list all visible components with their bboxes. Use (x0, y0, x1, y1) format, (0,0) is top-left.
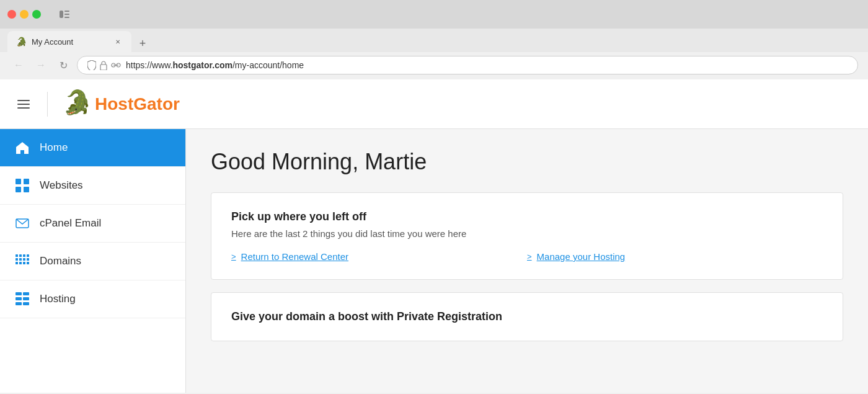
browser-titlebar (0, 0, 868, 29)
svg-rect-15 (23, 254, 25, 257)
new-tab-button[interactable]: + (134, 35, 151, 52)
hamburger-line (17, 100, 30, 101)
sidebar-toggle-button[interactable] (56, 6, 73, 23)
email-icon (15, 216, 30, 231)
renewal-center-link-text: Return to Renewal Center (241, 251, 348, 262)
svg-rect-17 (16, 258, 18, 261)
sidebar-item-domains[interactable]: Domains (0, 243, 185, 280)
svg-rect-16 (27, 254, 29, 257)
sidebar-item-hosting[interactable]: Hosting (0, 280, 185, 318)
sidebar-label-cpanel-email: cPanel Email (40, 217, 101, 230)
chevron-icon-1: > (231, 252, 236, 261)
hamburger-menu-button[interactable] (15, 97, 32, 111)
refresh-button[interactable]: ↻ (55, 56, 72, 74)
svg-rect-25 (16, 292, 22, 295)
tab-title: My Account (32, 37, 108, 47)
tab-close-button[interactable]: ✕ (113, 37, 123, 47)
logo-gator-icon: 🐊 (63, 91, 90, 118)
return-to-renewal-link[interactable]: > Return to Renewal Center (231, 251, 527, 262)
svg-rect-28 (23, 297, 29, 300)
url-text: https://www.hostgator.com/my-account/hom… (126, 60, 848, 70)
logo-divider (47, 92, 48, 117)
svg-rect-8 (16, 179, 21, 184)
svg-rect-22 (19, 262, 22, 264)
main-layout: Home Websites (0, 129, 868, 393)
sidebar: Home Websites (0, 129, 186, 393)
sidebar-label-hosting: Hosting (40, 293, 76, 305)
greeting-heading: Good Morning, Martie (211, 149, 843, 175)
pick-up-card: Pick up where you left off Here are the … (211, 192, 843, 280)
svg-rect-10 (16, 187, 21, 192)
logo-text: HostGator (95, 94, 180, 114)
card1-title: Pick up where you left off (231, 210, 823, 223)
card1-links: > Return to Renewal Center > Manage your… (231, 251, 823, 262)
window-controls (56, 6, 73, 23)
private-registration-card: Give your domain a boost with Private Re… (211, 292, 843, 341)
svg-rect-2 (64, 14, 69, 15)
maximize-window-button[interactable] (32, 10, 41, 19)
svg-rect-19 (23, 258, 25, 261)
svg-rect-3 (64, 17, 69, 18)
svg-rect-13 (16, 254, 18, 257)
hamburger-line (17, 104, 30, 105)
svg-rect-24 (27, 262, 29, 264)
page-wrapper: 🐊 HostGator Home (0, 79, 868, 393)
svg-rect-23 (23, 262, 25, 264)
svg-rect-9 (24, 179, 29, 184)
svg-rect-14 (19, 254, 22, 257)
svg-rect-1 (64, 11, 69, 12)
sidebar-label-home: Home (40, 141, 68, 154)
svg-rect-21 (16, 262, 18, 264)
active-tab[interactable]: 🐊 My Account ✕ (7, 31, 131, 52)
svg-rect-20 (27, 258, 29, 261)
address-bar: ← → ↻ https://www.hostgator.com/my-accou… (0, 52, 868, 79)
tabs-bar: 🐊 My Account ✕ + (0, 29, 868, 52)
domains-icon (15, 254, 30, 269)
url-bar[interactable]: https://www.hostgator.com/my-account/hom… (77, 56, 858, 74)
hamburger-line (17, 107, 30, 109)
svg-rect-29 (16, 302, 22, 305)
traffic-lights (7, 10, 41, 19)
svg-rect-0 (60, 11, 63, 18)
back-button[interactable]: ← (10, 56, 27, 74)
sidebar-item-websites[interactable]: Websites (0, 167, 185, 205)
minimize-window-button[interactable] (20, 10, 29, 19)
chevron-icon-2: > (527, 252, 532, 261)
card2-title: Give your domain a boost with Private Re… (231, 310, 823, 323)
svg-rect-27 (16, 297, 22, 300)
websites-icon (15, 178, 30, 193)
url-security-icons (87, 60, 121, 70)
svg-rect-18 (19, 258, 22, 261)
close-window-button[interactable] (7, 10, 16, 19)
svg-rect-11 (24, 187, 29, 192)
card1-subtitle: Here are the last 2 things you did last … (231, 228, 823, 239)
home-icon (15, 140, 30, 155)
svg-rect-4 (100, 65, 107, 70)
svg-rect-26 (23, 292, 29, 295)
site-header: 🐊 HostGator (0, 79, 868, 129)
content-area: Good Morning, Martie Pick up where you l… (186, 129, 868, 393)
forward-button[interactable]: → (32, 56, 50, 74)
gator-emoji: 🐊 (63, 89, 92, 115)
svg-rect-30 (23, 302, 29, 305)
tab-favicon: 🐊 (16, 37, 27, 47)
sidebar-label-websites: Websites (40, 179, 83, 192)
hosting-icon (15, 292, 30, 307)
sidebar-item-cpanel-email[interactable]: cPanel Email (0, 205, 185, 243)
sidebar-item-home[interactable]: Home (0, 129, 185, 167)
logo-area[interactable]: 🐊 HostGator (63, 91, 180, 118)
manage-hosting-link-text: Manage your Hosting (537, 251, 626, 262)
manage-hosting-link[interactable]: > Manage your Hosting (527, 251, 823, 262)
sidebar-label-domains: Domains (40, 255, 81, 267)
